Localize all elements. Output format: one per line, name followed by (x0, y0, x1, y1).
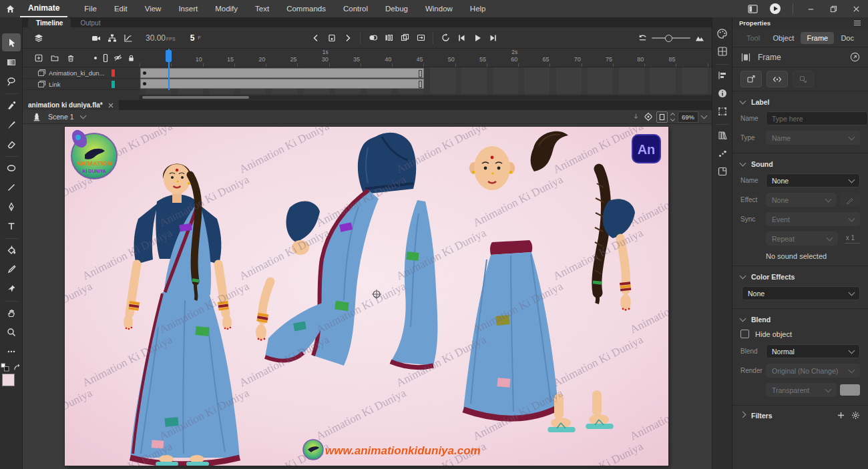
eyedropper-tool[interactable] (2, 260, 21, 278)
show-layers-as-outlines-icon[interactable] (100, 51, 111, 65)
zoom-dropdown-icon[interactable] (701, 113, 708, 119)
layer-row[interactable]: Animation_ki_dun... (23, 67, 140, 79)
scene-dropdown-icon[interactable] (79, 113, 86, 119)
zoom-step-down-icon[interactable] (670, 116, 675, 121)
collapse-icon[interactable] (740, 273, 746, 280)
menu-item-edit[interactable]: Edit (107, 1, 135, 16)
filters-section-header[interactable]: Filters (732, 406, 868, 425)
menu-item-insert[interactable]: Insert (171, 1, 205, 16)
create-classic-tween-icon[interactable] (413, 31, 429, 45)
menu-item-text[interactable]: Text (248, 1, 276, 16)
layer-parenting-icon[interactable] (104, 31, 120, 45)
menu-item-view[interactable]: View (138, 1, 169, 16)
expand-panel-icon[interactable] (850, 52, 860, 62)
layer-row[interactable]: Link (23, 79, 140, 90)
zoom-stepper[interactable] (671, 113, 674, 121)
layer-color-swatch[interactable] (112, 69, 115, 77)
hand-tool[interactable] (2, 304, 21, 322)
clip-content-icon[interactable] (644, 112, 653, 121)
frame-span[interactable] (140, 79, 424, 89)
menu-item-debug[interactable]: Debug (378, 1, 415, 16)
document-tab[interactable]: animation ki duniya.fla* (23, 100, 119, 110)
line-tool[interactable] (2, 178, 21, 196)
label-type-dropdown[interactable]: Name (766, 131, 860, 145)
blend-mode-dropdown[interactable]: Normal (766, 344, 860, 358)
color-effects-header[interactable]: Color Effects (732, 270, 868, 284)
home-icon[interactable] (0, 0, 20, 17)
convert-keyframe-button[interactable] (740, 71, 762, 87)
menu-item-modify[interactable]: Modify (208, 1, 245, 16)
pasteboard[interactable]: Animation Ki DuniyaAnimation Ki DuniyaAn… (23, 124, 712, 469)
tab-output[interactable]: Output (72, 18, 108, 27)
menu-item-commands[interactable]: Commands (279, 1, 333, 16)
workspace-icon[interactable] (743, 1, 762, 16)
tab-doc[interactable]: Doc (835, 32, 860, 44)
sound-effect-dropdown[interactable]: None (766, 193, 837, 207)
hide-layers-icon[interactable] (111, 51, 124, 65)
playhead[interactable] (166, 50, 172, 62)
eraser-tool[interactable] (2, 135, 21, 153)
insert-keyframe-icon[interactable] (324, 31, 340, 45)
render-dropdown[interactable]: Original (No Change) (766, 364, 860, 378)
menu-item-window[interactable]: Window (418, 1, 460, 16)
onion-skin-icon[interactable] (365, 31, 381, 45)
blend-section-header[interactable]: Blend (732, 313, 868, 326)
align-panel-icon[interactable] (714, 67, 730, 83)
tab-tool[interactable]: Tool (740, 32, 766, 44)
menu-item-control[interactable]: Control (336, 1, 375, 16)
lasso-tool[interactable] (2, 72, 21, 90)
loop-playback-icon[interactable] (437, 31, 453, 45)
new-layer-icon[interactable] (31, 51, 47, 65)
rotate-stage-icon[interactable] (632, 113, 640, 121)
zoom-tool[interactable] (2, 323, 21, 341)
frames-area[interactable] (140, 67, 712, 94)
pen-tool[interactable] (2, 197, 21, 215)
label-name-input[interactable] (766, 111, 868, 125)
collapse-icon[interactable] (740, 316, 746, 322)
color-effects-dropdown[interactable]: None (742, 286, 860, 300)
close-document-icon[interactable] (108, 103, 114, 108)
sound-repeat-dropdown[interactable]: Repeat (766, 231, 838, 246)
add-filter-icon[interactable] (837, 412, 845, 419)
gradient-transform-tool[interactable] (2, 53, 21, 71)
zoom-level-field[interactable]: 69% (678, 111, 698, 123)
selection-tool[interactable] (2, 33, 21, 51)
more-tools-icon[interactable] (2, 342, 21, 360)
scenes-panel-icon[interactable] (714, 163, 730, 179)
camera-icon[interactable] (88, 31, 104, 45)
default-colors-icon[interactable] (1, 363, 9, 372)
onion-skin-outlines-icon[interactable] (381, 31, 397, 45)
timeline-zoom-slider[interactable] (652, 37, 690, 39)
filter-options-gear-icon[interactable] (851, 411, 860, 420)
minimize-button[interactable] (801, 1, 820, 16)
history-panel-icon[interactable] (714, 145, 730, 161)
transparent-dropdown[interactable]: Transparent (766, 383, 837, 397)
test-movie-icon[interactable] (766, 1, 785, 16)
lock-layers-icon[interactable] (124, 51, 138, 65)
transparent-color-swatch[interactable] (840, 384, 860, 396)
timeline-ruler[interactable]: 101520253035404550556065707580851s2s (140, 49, 712, 67)
layer-name[interactable]: Animation_ki_dun... (49, 69, 107, 77)
menu-item-help[interactable]: Help (463, 1, 493, 16)
stage-canvas[interactable]: Animation Ki DuniyaAnimation Ki DuniyaAn… (65, 127, 668, 466)
sound-sync-dropdown[interactable]: Event (766, 212, 860, 226)
frame-span[interactable] (140, 68, 424, 78)
hide-object-checkbox[interactable] (740, 330, 749, 338)
fps-value[interactable]: 30.00 (146, 33, 166, 43)
tab-object[interactable]: Object (767, 32, 800, 44)
new-folder-icon[interactable] (47, 51, 63, 65)
restore-button[interactable] (824, 1, 843, 16)
tab-frame[interactable]: Frame (801, 32, 834, 44)
play-icon[interactable] (469, 31, 485, 45)
layers-stack-icon[interactable] (31, 31, 47, 45)
frame-size-icon[interactable] (694, 33, 705, 42)
label-section-header[interactable]: Label (732, 95, 868, 109)
fluid-brush-tool[interactable] (2, 96, 21, 114)
keyframe-dot[interactable] (143, 71, 146, 75)
sync-symbols-button[interactable] (767, 71, 788, 87)
collapse-icon[interactable] (740, 160, 746, 167)
delete-layer-icon[interactable] (63, 51, 79, 65)
step-forward-icon[interactable] (485, 31, 501, 45)
frame-rate[interactable]: 30.00 FPS (146, 33, 176, 43)
scene-icon[interactable] (32, 112, 41, 122)
